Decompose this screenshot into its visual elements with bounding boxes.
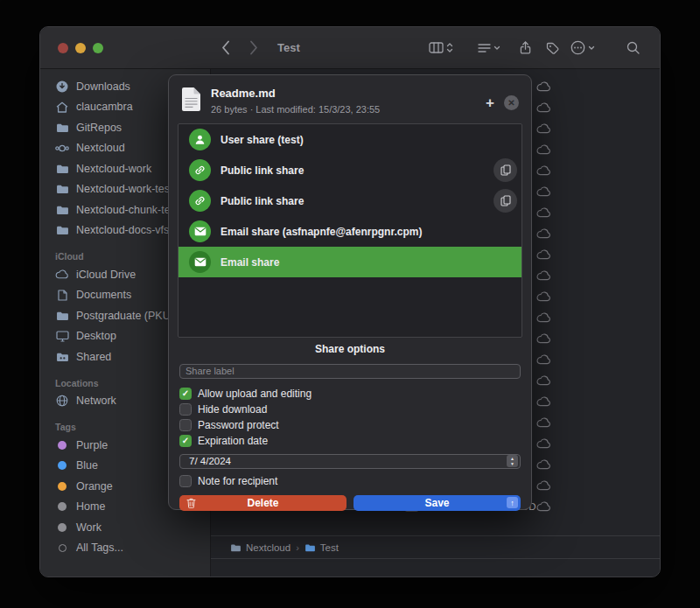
globe-icon [55,395,69,407]
sidebar-item-label: Orange [76,480,113,493]
link-icon [189,159,211,181]
group-by-control[interactable] [478,43,500,53]
file-row [536,223,551,244]
sidebar-item-label: GitRepos [76,122,122,134]
window-title: Test [277,41,300,54]
checkbox-expiration-date[interactable]: ✓ [179,435,192,447]
stepper-down-icon: ▼ [510,461,514,466]
checkbox-row-expiration-date[interactable]: ✓ Expiration date [179,433,521,449]
popover-header: Readme.md 26 bytes · Last modified: 15/3… [169,75,531,115]
cloud-status-icon [536,165,551,176]
path-label: Nextcloud [246,542,290,553]
more-options-control[interactable] [570,40,595,55]
cloud-status-icon [536,186,551,197]
sidebar-item-label: All Tags... [76,542,123,554]
cloud-status-icon [536,81,551,92]
checkbox-row-allow-upload[interactable]: ✓ Allow upload and editing [179,386,521,402]
share-row-user[interactable]: User share (test) [178,124,522,155]
desktop-icon [55,331,69,342]
file-row [536,76,551,97]
path-item-test[interactable]: Test [304,542,339,553]
sidebar-item-label: claucambra [76,101,133,113]
sidebar-item-label: Blue [76,459,98,472]
date-value: 7/ 4/2024 [189,456,231,466]
checkbox-row-password-protect[interactable]: ✓ Password protect [179,417,521,433]
checkbox-password-protect[interactable]: ✓ [179,419,192,431]
document-file-icon [181,87,201,112]
path-bar: Nextcloud › Test [211,535,660,559]
cloud-status-icon [536,333,551,344]
cloud-status-icon [536,144,551,155]
titlebar: Test [40,27,660,69]
checkbox-allow-upload[interactable]: ✓ [179,388,192,400]
tag-dot-orange-icon [55,482,69,491]
cloud-status-icon [536,123,551,134]
sidebar-item-label: Nextcloud [76,142,125,154]
traffic-lights [40,43,103,53]
share-options-section: Share options ✓ Allow upload and editing… [179,343,521,511]
columns-view-icon [429,42,444,53]
plus-icon: + [486,94,494,111]
tag-dot-gray-icon [55,523,69,532]
cloud-status-icon [536,396,551,407]
minimize-window-button[interactable] [75,43,86,53]
share-toolbar-button[interactable] [520,41,531,54]
popover-file-meta: 26 bytes · Last modified: 15/3/23, 23:55 [211,104,380,115]
expiration-date-field[interactable]: 7/ 4/2024 ▲ ▼ [179,454,521,469]
add-share-button[interactable]: + [486,97,494,109]
file-row [536,475,551,496]
save-button[interactable]: Save ↑ [354,495,521,511]
share-row-public-link-2[interactable]: Public link share [178,185,522,216]
zoom-window-button[interactable] [93,43,103,53]
sidebar-item-label: Work [76,521,102,534]
file-row [536,202,551,223]
folder-icon [55,205,69,215]
file-row [536,412,551,433]
view-mode-control[interactable] [429,42,453,53]
checkbox-note-for-recipient[interactable]: ✓ [179,475,192,487]
copy-link-button[interactable] [494,158,517,182]
share-row-public-link-1[interactable]: Public link share [178,155,522,185]
share-label-input[interactable] [179,364,521,379]
checkbox-row-hide-download[interactable]: ✓ Hide download [179,402,521,417]
checkbox-row-note[interactable]: ✓ Note for recipient [179,473,521,489]
close-popover-button[interactable]: ✕ [504,95,519,110]
sidebar-item-label: Nextcloud-work [76,163,151,175]
copy-link-button[interactable] [494,189,517,213]
sidebar-item-tag-work[interactable]: Work [40,517,210,538]
sidebar-item-all-tags[interactable]: All Tags... [40,538,210,559]
share-row-label: Email share [220,256,279,269]
cloud-status-icon [536,375,551,386]
clipboard-icon [500,164,511,176]
cloud-status-icon [536,102,551,113]
tag-dot-gray-icon [55,502,69,511]
vfs-cloud-column [536,76,551,517]
checkbox-label: Allow upload and editing [198,388,312,400]
share-row-label: Public link share [220,164,304,177]
upload-arrow-icon: ↑ [507,497,518,508]
search-icon [626,41,640,54]
tag-icon [546,42,559,54]
home-icon [55,101,69,113]
folder-icon [230,543,242,552]
share-row-label: Public link share [220,195,304,207]
delete-button[interactable]: Delete [179,495,346,511]
share-list: User share (test) Public link share Publ… [178,123,522,338]
search-button[interactable] [626,41,640,54]
path-item-nextcloud[interactable]: Nextcloud [230,542,290,553]
share-row-email-1[interactable]: Email share (asfnapnfe@afenrpgnr.cpm) [178,216,522,247]
cloud-status-icon [536,312,551,323]
trash-icon [186,498,196,511]
share-row-email-2[interactable]: Email share [178,247,522,277]
date-stepper[interactable]: ▲ ▼ [507,455,518,467]
share-row-label: User share (test) [220,134,304,146]
close-window-button[interactable] [58,43,68,53]
tags-toolbar-button[interactable] [546,42,559,54]
delete-button-label: Delete [247,497,278,509]
file-row [536,286,551,307]
back-chevron-icon[interactable] [221,40,230,55]
sidebar-item-label: Purple [76,439,108,451]
checkbox-hide-download[interactable]: ✓ [179,403,192,416]
forward-chevron-icon[interactable] [249,40,258,55]
email-icon [189,251,211,273]
